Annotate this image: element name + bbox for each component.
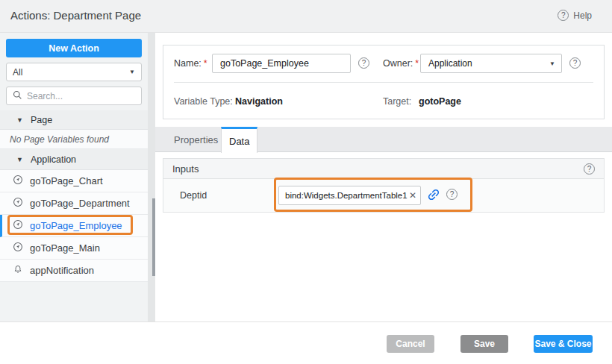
bell-icon: [13, 264, 23, 277]
save-button[interactable]: Save: [460, 335, 508, 353]
details-panel: Name:* ? Owner:* Application ▼ ? Variabl…: [163, 45, 605, 119]
deptid-label: Deptid: [180, 190, 207, 201]
page-title: Actions: Department Page: [10, 9, 141, 22]
navigation-variable-icon: [13, 219, 23, 232]
target-label: Target:: [383, 96, 411, 107]
collapse-caret-icon: ▼: [16, 156, 23, 163]
sidebar-gutter: [148, 33, 155, 321]
owner-select[interactable]: Application ▼: [420, 54, 562, 73]
tab-strip: Properties Data: [155, 127, 612, 152]
sidebar-item-gotopage-chart[interactable]: goToPage_Chart: [0, 170, 148, 192]
save-close-button[interactable]: Save & Close: [534, 335, 593, 353]
divider: [174, 82, 593, 83]
sidebar-item-gotopage-employee[interactable]: goToPage_Employee: [0, 215, 148, 237]
search-input[interactable]: [27, 91, 135, 101]
sidebar-item-label: appNotification: [30, 265, 94, 276]
sidebar-item-appnotification[interactable]: appNotification: [0, 260, 148, 282]
tab-properties[interactable]: Properties: [163, 127, 229, 152]
name-label: Name:*: [174, 58, 207, 69]
help-icon: ?: [558, 10, 569, 21]
section-header-page[interactable]: ▼ Page: [0, 110, 148, 130]
target-value: gotoPage: [419, 96, 461, 107]
scrollbar-thumb[interactable]: [152, 198, 155, 276]
tab-data[interactable]: Data: [221, 127, 257, 153]
inputs-title: Inputs: [172, 163, 199, 175]
clear-icon[interactable]: ✕: [409, 190, 416, 201]
sidebar: New Action All ▼ ▼ Page No Page Variable…: [0, 33, 148, 321]
name-help-icon[interactable]: ?: [358, 57, 369, 69]
sidebar-item-gotopage-department[interactable]: goToPage_Department: [0, 192, 148, 215]
owner-label: Owner:*: [383, 58, 419, 69]
chevron-down-icon: ▼: [129, 69, 135, 75]
required-marker: *: [415, 58, 419, 69]
sidebar-item-label: goToPage_Main: [30, 242, 100, 254]
navigation-variable-icon: [13, 242, 23, 254]
empty-message: No Page Variables found: [0, 130, 148, 149]
section-label: Page: [31, 115, 52, 125]
section-header-application[interactable]: ▼ Application: [0, 149, 148, 170]
cancel-button[interactable]: Cancel: [387, 335, 434, 353]
sidebar-item-label: goToPage_Employee: [30, 220, 122, 231]
help-label: Help: [573, 10, 592, 21]
navigation-variable-icon: [13, 175, 23, 187]
collapse-caret-icon: ▼: [16, 116, 23, 124]
navigation-variable-icon: [13, 197, 23, 210]
input-row-deptid: Deptid bind:Widgets.DepartmentTable1.sel…: [163, 179, 604, 212]
bind-link-icon[interactable]: [426, 187, 441, 202]
filter-select[interactable]: All ▼: [6, 63, 142, 81]
filter-select-value: All: [13, 67, 22, 78]
variable-type-value: Navigation: [235, 96, 283, 107]
app-header: Actions: Department Page ? Help: [0, 0, 612, 33]
sidebar-item-label: goToPage_Department: [30, 198, 130, 209]
name-input[interactable]: [212, 54, 351, 73]
search-box: [6, 87, 142, 105]
owner-select-value: Application: [428, 58, 472, 69]
new-action-button[interactable]: New Action: [6, 39, 142, 57]
search-icon: [13, 90, 22, 102]
chevron-down-icon: ▼: [549, 60, 555, 67]
inputs-help-icon[interactable]: ?: [584, 163, 595, 175]
help-button[interactable]: ? Help: [558, 10, 592, 21]
section-label: Application: [31, 154, 76, 165]
action-list: goToPage_Chart goToPage_Department goToP…: [0, 170, 148, 282]
required-marker: *: [204, 58, 207, 69]
deptid-help-icon[interactable]: ?: [446, 189, 458, 200]
inputs-header: Inputs ?: [163, 159, 604, 179]
deptid-value: bind:Widgets.DepartmentTable1.selec: [285, 191, 408, 200]
footer-bar: Cancel Save Save & Close: [0, 321, 612, 364]
deptid-input[interactable]: bind:Widgets.DepartmentTable1.selec ✕: [278, 186, 421, 205]
sidebar-item-label: goToPage_Chart: [30, 175, 103, 186]
inputs-section: Inputs ? Deptid bind:Widgets.DepartmentT…: [163, 158, 605, 213]
sidebar-item-gotopage-main[interactable]: goToPage_Main: [0, 237, 148, 260]
variable-type-label: Variable Type:: [174, 96, 233, 107]
owner-help-icon[interactable]: ?: [569, 57, 581, 69]
